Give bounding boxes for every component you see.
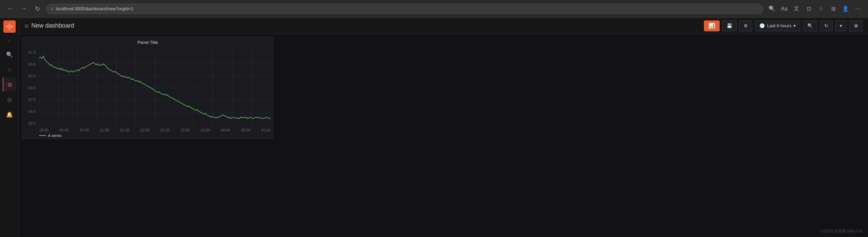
x-axis: 19:30 20:00 20:30 21:00 21:30 22:00 22:3… — [39, 128, 271, 132]
search-icon: 🔍 — [6, 51, 13, 58]
x-label-9: 00:00 — [221, 128, 230, 132]
add-panel-button[interactable]: 📊 — [704, 20, 720, 31]
x-label-8: 23:30 — [201, 128, 210, 132]
explore-icon: ◎ — [7, 96, 12, 103]
settings-icon: ⚙ — [744, 23, 748, 28]
cycle-icon: ▾ — [840, 23, 842, 28]
cycle-view-button[interactable]: ▾ — [835, 20, 847, 31]
tv-icon: 🖥 — [854, 23, 858, 28]
y-label-1: 65.0 — [22, 62, 38, 66]
sidebar-item-search[interactable]: 🔍 — [3, 48, 16, 61]
time-range-label: Last 6 hours — [767, 23, 791, 28]
star-icon: ☆ — [7, 66, 12, 73]
chart-legend: A-series — [39, 133, 62, 138]
y-label-2: 62.5 — [22, 74, 38, 78]
x-label-4: 21:30 — [120, 128, 129, 132]
lock-icon: ℹ — [51, 6, 53, 11]
y-label-0: 67.5 — [22, 50, 38, 54]
main-content: ⊞ New dashboard 📊 💾 ⚙ 🕐 Last 6 hours ▾ — [19, 18, 868, 237]
sidebar-item-starred[interactable]: ☆ — [3, 63, 16, 76]
x-label-2: 20:30 — [80, 128, 89, 132]
zoom-out-icon: 🔍 — [807, 23, 813, 28]
legend-label: A-series — [48, 133, 62, 138]
browser-favorite-button[interactable]: ☆ — [816, 4, 826, 14]
y-label-3: 60.0 — [22, 86, 38, 90]
y-label-4: 57.5 — [22, 98, 38, 102]
tv-mode-button[interactable]: 🖥 — [849, 20, 863, 31]
app-container: › 🔍 ☆ ⊞ ◎ 🔔 ⊞ New dashboard 📊 — [0, 18, 868, 237]
watermark: CSDN @爱看书的小沐 — [821, 228, 863, 234]
panel: Panel Title 67.5 65.0 62.5 60.0 57.5 55.… — [22, 37, 274, 139]
top-bar: ⊞ New dashboard 📊 💾 ⚙ 🕐 Last 6 hours ▾ — [19, 18, 868, 34]
refresh-icon: ↻ — [824, 23, 828, 28]
chart-svg — [39, 50, 271, 125]
browser-menu-button[interactable]: ⋯ — [853, 4, 863, 14]
sidebar-item-alerting[interactable]: 🔔 — [3, 108, 16, 121]
browser-right-icons: 🔍 Aa 文 ⊡ ☆ ⊞ 👤 ⋯ — [767, 4, 863, 14]
address-bar[interactable]: ℹ localhost:3000/dashboard/new?orgId=1 — [46, 4, 763, 14]
browser-collections-button[interactable]: ⊞ — [829, 4, 838, 14]
panel-title: Panel Title — [22, 37, 273, 48]
refresh-button[interactable]: ↻ — [820, 20, 833, 31]
x-label-5: 22:00 — [140, 128, 150, 132]
sidebar-item-dashboards[interactable]: ⊞ — [3, 78, 16, 91]
url-text: localhost:3000/dashboard/new?orgId=1 — [56, 6, 133, 11]
save-icon: 💾 — [727, 23, 732, 28]
dashboard-settings-button[interactable]: ⚙ — [739, 20, 752, 31]
dashboards-icon: ⊞ — [7, 81, 12, 88]
x-label-6: 22:30 — [160, 128, 170, 132]
x-label-0: 19:30 — [39, 128, 49, 132]
x-label-10: 00:30 — [241, 128, 251, 132]
browser-chrome: ← → ↻ ℹ localhost:3000/dashboard/new?org… — [0, 0, 868, 18]
browser-split-button[interactable]: ⊡ — [804, 4, 814, 14]
chevron-down-icon: ▾ — [793, 23, 796, 28]
zoom-out-button[interactable]: 🔍 — [803, 20, 817, 31]
legend-color — [39, 135, 46, 136]
grafana-logo[interactable] — [3, 20, 16, 33]
x-label-3: 21:00 — [100, 128, 109, 132]
y-axis: 67.5 65.0 62.5 60.0 57.5 55.0 52.5 — [22, 50, 38, 125]
sidebar-expand-button[interactable]: › — [5, 37, 14, 45]
panel-chart: 67.5 65.0 62.5 60.0 57.5 55.0 52.5 — [22, 48, 273, 139]
x-label-1: 20:00 — [59, 128, 69, 132]
alerting-icon: 🔔 — [6, 111, 13, 118]
back-button[interactable]: ← — [5, 4, 15, 14]
y-label-6: 52.5 — [22, 121, 38, 125]
clock-icon: 🕐 — [759, 23, 765, 28]
sidebar-item-explore[interactable]: ◎ — [3, 93, 16, 106]
top-bar-actions: 📊 💾 ⚙ 🕐 Last 6 hours ▾ 🔍 ↻ — [704, 20, 863, 31]
add-panel-icon: 📊 — [708, 22, 715, 29]
page-title: New dashboard — [31, 22, 701, 29]
dashboard-grid-icon: ⊞ — [25, 23, 29, 29]
save-dashboard-button[interactable]: 💾 — [722, 20, 737, 31]
reload-button[interactable]: ↻ — [33, 4, 42, 14]
panel-area: Panel Title 67.5 65.0 62.5 60.0 57.5 55.… — [19, 34, 868, 237]
chart-container: 67.5 65.0 62.5 60.0 57.5 55.0 52.5 — [22, 48, 273, 139]
time-range-button[interactable]: 🕐 Last 6 hours ▾ — [755, 20, 800, 31]
browser-translate-button[interactable]: 文 — [792, 4, 801, 14]
x-label-11: 01:00 — [261, 128, 271, 132]
browser-search-button[interactable]: 🔍 — [767, 4, 777, 14]
browser-readmode-button[interactable]: Aa — [779, 4, 789, 14]
sidebar: › 🔍 ☆ ⊞ ◎ 🔔 — [0, 18, 19, 237]
browser-profile-button[interactable]: 👤 — [841, 4, 850, 14]
forward-button[interactable]: → — [19, 4, 29, 14]
x-label-7: 23:00 — [180, 128, 190, 132]
y-label-5: 55.0 — [22, 109, 38, 113]
